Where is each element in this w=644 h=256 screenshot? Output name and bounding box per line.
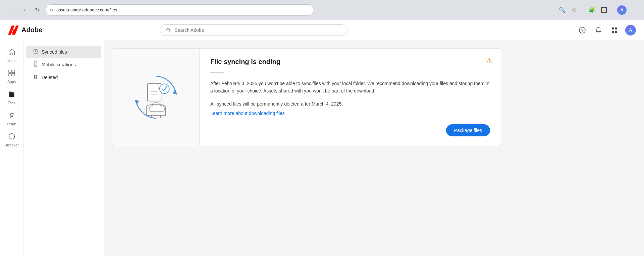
app-header: Adobe ?	[0, 20, 644, 40]
left-nav: Home Apps F	[0, 40, 23, 256]
package-files-button[interactable]: Package files	[446, 124, 490, 136]
app-container: Adobe ?	[0, 20, 644, 256]
home-icon	[8, 48, 15, 57]
nav-item-home[interactable]: Home	[2, 46, 22, 65]
svg-rect-4	[612, 27, 614, 29]
svg-rect-6	[612, 31, 614, 33]
mobile-creations-label: Mobile creations	[42, 62, 76, 67]
synced-files-label: Synced files	[42, 49, 67, 55]
browser-divider	[583, 7, 583, 13]
alert-card-content: ⚠ File syncing is ending After February …	[200, 49, 501, 146]
header-search	[160, 24, 347, 36]
nav-item-learn[interactable]: Learn	[2, 109, 22, 129]
back-button[interactable]: ←	[5, 5, 15, 15]
help-button[interactable]: ?	[577, 25, 588, 36]
adobe-logo-text: Adobe	[21, 26, 42, 34]
search-input[interactable]	[174, 27, 341, 33]
address-bar[interactable]: ⚙ assets-stage.adobecc.com/files	[46, 4, 314, 16]
menu-btn[interactable]: ⋮	[629, 5, 639, 15]
nav-label-apps: Apps	[7, 80, 16, 84]
browser-chrome: ← → ↻ ⚙ assets-stage.adobecc.com/files 🔍…	[0, 0, 644, 20]
url-text: assets-stage.adobecc.com/files	[56, 7, 117, 12]
deleted-icon	[33, 74, 38, 81]
mobile-creations-icon	[33, 61, 38, 68]
apps-nav-icon	[8, 69, 15, 78]
extension-btn[interactable]: 🧩	[587, 5, 597, 15]
learn-nav-icon	[8, 112, 15, 121]
alert-title: File syncing is ending	[210, 58, 490, 66]
svg-point-22	[35, 65, 36, 66]
forward-button[interactable]: →	[19, 5, 28, 15]
nav-label-learn: Learn	[7, 122, 16, 126]
bell-icon	[595, 27, 602, 34]
reload-button[interactable]: ↻	[32, 5, 42, 15]
browser-divider-2	[613, 7, 613, 13]
svg-point-0	[167, 28, 170, 31]
sidebar-item-deleted[interactable]: Deleted	[26, 71, 101, 84]
app-body: Home Apps F	[0, 40, 644, 256]
profile-avatar[interactable]: A	[625, 25, 636, 36]
notifications-button[interactable]	[593, 25, 604, 36]
svg-line-1	[169, 30, 171, 32]
svg-rect-9	[9, 70, 11, 73]
nav-item-apps[interactable]: Apps	[2, 67, 22, 86]
warning-icon: ⚠	[486, 57, 493, 65]
search-icon	[166, 27, 171, 33]
main-content: ⚠ File syncing is ending After February …	[104, 40, 644, 256]
svg-text:?: ?	[581, 28, 584, 33]
svg-rect-7	[615, 31, 617, 33]
svg-point-28	[159, 84, 169, 93]
sidebar: Synced files Mobile creations Deleted	[23, 40, 104, 256]
header-actions: ? A	[577, 25, 636, 36]
grid-icon	[611, 27, 618, 34]
alert-separator	[210, 72, 224, 73]
alert-card: ⚠ File syncing is ending After February …	[112, 48, 501, 146]
svg-rect-11	[9, 73, 11, 76]
discover-nav-icon	[8, 133, 15, 142]
alert-subtext: All synced files will be permanently del…	[210, 100, 490, 108]
bookmark-btn[interactable]: ☆	[570, 5, 579, 15]
svg-point-13	[10, 113, 13, 116]
alert-footer: Package files	[210, 124, 490, 136]
file-sync-illustration	[126, 67, 186, 127]
url-security-icon: ⚙	[50, 8, 54, 12]
svg-rect-10	[12, 70, 15, 73]
sidebar-item-mobile-creations[interactable]: Mobile creations	[26, 58, 101, 71]
browser-profile[interactable]: A	[617, 5, 627, 15]
puzzle-btn[interactable]: 🔲	[599, 5, 609, 15]
nav-label-files: Files	[8, 101, 15, 105]
nav-item-discover[interactable]: Discover	[2, 130, 22, 150]
apps-button[interactable]	[609, 25, 620, 36]
nav-label-home: Home	[7, 59, 16, 63]
svg-point-14	[9, 134, 14, 139]
svg-rect-8	[11, 53, 13, 55]
svg-rect-12	[12, 73, 15, 76]
synced-files-icon	[33, 49, 38, 55]
learn-more-link[interactable]: Learn more about downloading files	[210, 111, 285, 116]
adobe-logo-svg	[8, 25, 19, 36]
nav-item-files[interactable]: Files	[2, 88, 22, 108]
browser-actions: 🔍 ☆ 🧩 🔲 A ⋮	[557, 5, 639, 15]
deleted-label: Deleted	[42, 75, 58, 80]
svg-rect-5	[615, 27, 617, 29]
adobe-logo: Adobe	[8, 25, 42, 36]
nav-label-discover: Discover	[4, 143, 19, 147]
svg-rect-25	[147, 84, 161, 101]
search-browser-btn[interactable]: 🔍	[557, 5, 567, 15]
search-input-wrap[interactable]	[160, 24, 347, 36]
alert-illustration	[112, 49, 200, 146]
alert-body-text: After February 3, 2025 you won't be able…	[210, 80, 490, 95]
files-nav-icon	[8, 90, 15, 100]
help-icon: ?	[579, 27, 586, 34]
sidebar-item-synced-files[interactable]: Synced files	[26, 46, 101, 58]
